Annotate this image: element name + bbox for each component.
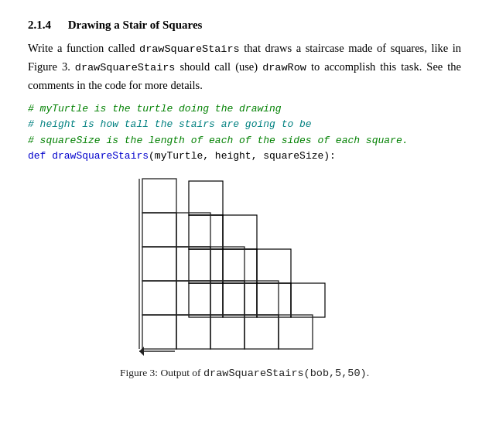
code-comment-3: # squareSize is the length of each of th… (28, 133, 461, 149)
code-block: # myTurtle is the turtle doing the drawi… (28, 101, 461, 164)
svg-rect-4 (142, 315, 176, 349)
section-number: 2.1.4 (28, 19, 51, 31)
code-comment-1: # myTurtle is the turtle doing the drawi… (28, 101, 461, 117)
svg-rect-6 (176, 247, 210, 281)
svg-rect-12 (244, 281, 279, 315)
code-comment-2: # height is how tall the stairs are goin… (28, 117, 461, 132)
svg-rect-8 (176, 315, 210, 349)
svg-rect-10 (210, 281, 244, 315)
inline-code-1: drawSquareStairs (139, 43, 240, 55)
figure-caption-code: drawSquareStairs(bob,5,50) (203, 368, 367, 379)
inline-code-3: drawRow (262, 62, 306, 74)
svg-rect-9 (210, 247, 244, 281)
figure-caption-suffix: . (367, 367, 369, 378)
code-def-line: def drawSquareStairs(myTurtle, height, s… (28, 149, 461, 164)
stair-figure-correct (128, 175, 361, 361)
figure-caption: Figure 3: Output of drawSquareStairs(bob… (120, 367, 369, 379)
func-args: (myTurtle, height, squareSize): (149, 150, 336, 162)
svg-rect-11 (210, 315, 244, 349)
func-name: drawSquareStairs (52, 150, 149, 162)
svg-rect-7 (176, 281, 210, 315)
svg-rect-2 (142, 247, 176, 281)
svg-rect-5 (176, 213, 210, 247)
figure-caption-prefix: Figure 3: Output of (120, 367, 203, 378)
figure-container: Figure 3: Output of drawSquareStairs(bob… (28, 175, 461, 379)
svg-rect-0 (142, 179, 176, 213)
section-title-text: Drawing a Stair of Squares (68, 19, 203, 31)
inline-code-2: drawSquareStairs (75, 62, 176, 74)
svg-rect-14 (279, 315, 313, 349)
section-heading: 2.1.4 Drawing a Stair of Squares (28, 19, 461, 32)
svg-rect-3 (142, 281, 176, 315)
body-paragraph: Write a function called drawSquareStairs… (28, 39, 461, 94)
svg-rect-1 (142, 213, 176, 247)
svg-rect-13 (244, 315, 279, 349)
keyword-def: def (28, 150, 52, 162)
